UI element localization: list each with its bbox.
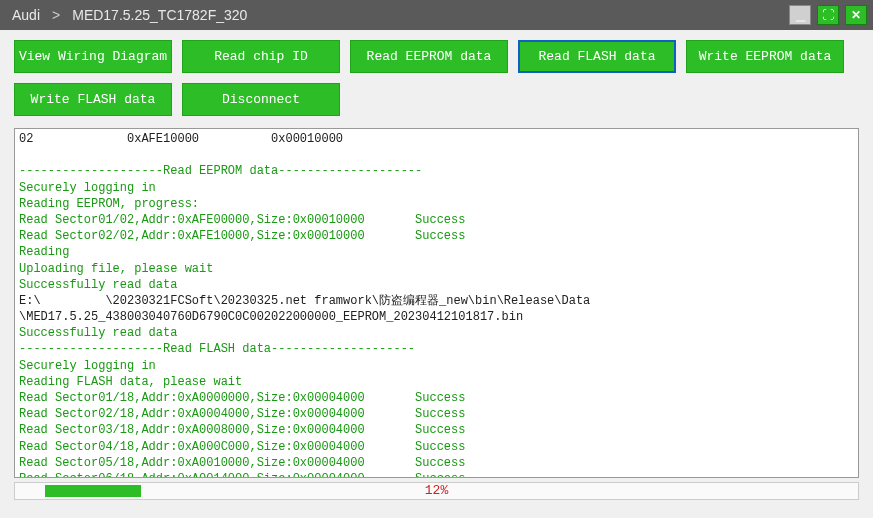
breadcrumb-root: Audi: [12, 7, 40, 23]
close-icon: ✕: [851, 8, 861, 22]
log-line: Read Sector05/18,Addr:0xA0010000,Size:0x…: [19, 455, 854, 471]
titlebar: Audi > MED17.5.25_TC1782F_320 ▁ ⛶ ✕: [0, 0, 873, 30]
log-line: Successfully read data: [19, 325, 854, 341]
toolbar: View Wiring Diagram Read chip ID Read EE…: [0, 30, 873, 122]
breadcrumb-page: MED17.5.25_TC1782F_320: [72, 7, 247, 23]
log-line: 02 0xAFE10000 0x00010000: [19, 131, 854, 147]
maximize-icon: ⛶: [822, 8, 834, 22]
log-line: Read Sector03/18,Addr:0xA0008000,Size:0x…: [19, 422, 854, 438]
log-line: Securely logging in: [19, 180, 854, 196]
window-controls: ▁ ⛶ ✕: [789, 5, 867, 25]
log-line: --------------------Read FLASH data-----…: [19, 341, 854, 357]
log-line: Reading: [19, 244, 854, 260]
log-line: --------------------Read EEPROM data----…: [19, 163, 854, 179]
log-line: [19, 147, 854, 163]
disconnect-button[interactable]: Disconnect: [182, 83, 340, 116]
minimize-button[interactable]: ▁: [789, 5, 811, 25]
log-line: Securely logging in: [19, 358, 854, 374]
log-line: Read Sector02/02,Addr:0xAFE10000,Size:0x…: [19, 228, 854, 244]
write-flash-button[interactable]: Write FLASH data: [14, 83, 172, 116]
log-output[interactable]: 02 0xAFE10000 0x00010000 ---------------…: [14, 128, 859, 478]
log-line: Reading FLASH data, please wait: [19, 374, 854, 390]
minimize-icon: ▁: [796, 8, 805, 22]
breadcrumb: Audi > MED17.5.25_TC1782F_320: [12, 7, 247, 23]
close-button[interactable]: ✕: [845, 5, 867, 25]
log-line: Read Sector01/18,Addr:0xA0000000,Size:0x…: [19, 390, 854, 406]
view-wiring-button[interactable]: View Wiring Diagram: [14, 40, 172, 73]
read-flash-button[interactable]: Read FLASH data: [518, 40, 676, 73]
read-eeprom-button[interactable]: Read EEPROM data: [350, 40, 508, 73]
maximize-button[interactable]: ⛶: [817, 5, 839, 25]
write-eeprom-button[interactable]: Write EEPROM data: [686, 40, 844, 73]
progress-label: 12%: [15, 483, 858, 498]
log-line: \MED17.5.25_438003040760D6790C0C00202200…: [19, 309, 854, 325]
breadcrumb-separator: >: [52, 7, 60, 23]
log-line: Read Sector02/18,Addr:0xA0004000,Size:0x…: [19, 406, 854, 422]
log-line: Read Sector04/18,Addr:0xA000C000,Size:0x…: [19, 439, 854, 455]
log-line: Read Sector01/02,Addr:0xAFE00000,Size:0x…: [19, 212, 854, 228]
log-line: Read Sector06/18,Addr:0xA0014000,Size:0x…: [19, 471, 854, 478]
read-chip-id-button[interactable]: Read chip ID: [182, 40, 340, 73]
progress-bar: 12%: [14, 482, 859, 500]
log-line: Reading EEPROM, progress:: [19, 196, 854, 212]
log-line: E:\ \20230321FCSoft\20230325.net framwor…: [19, 293, 854, 309]
log-line: Successfully read data: [19, 277, 854, 293]
log-line: Uploading file, please wait: [19, 261, 854, 277]
